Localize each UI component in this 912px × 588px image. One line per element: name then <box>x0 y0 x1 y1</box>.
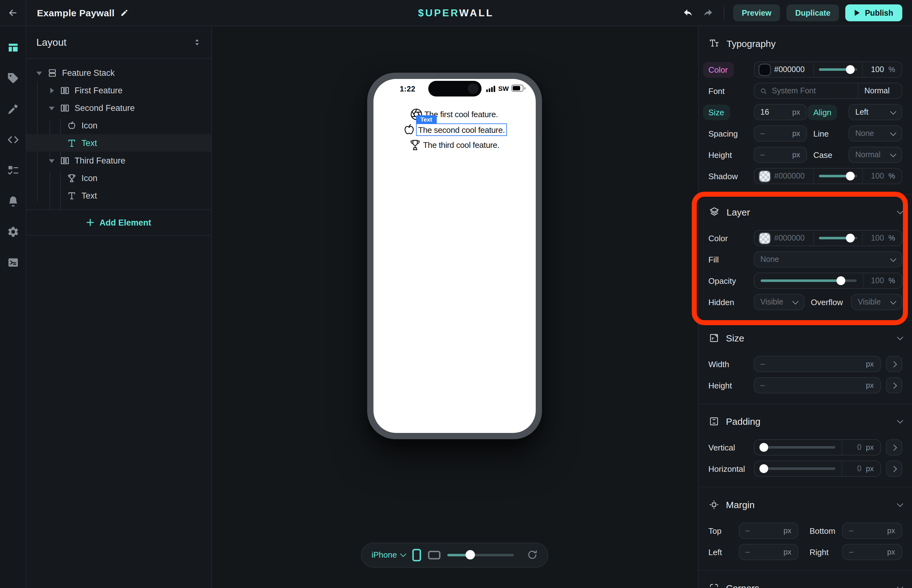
padding-vertical-slider[interactable] <box>758 440 838 455</box>
padding-horizontal-value[interactable]: 0 <box>857 464 862 473</box>
width-expand-button[interactable] <box>886 356 902 372</box>
left-icon-rail <box>0 26 26 588</box>
inspector-panel: Typography Color #000000 100 % <box>698 26 912 588</box>
padding-header[interactable]: Padding <box>709 412 902 430</box>
duplicate-button[interactable]: Duplicate <box>786 4 839 21</box>
line-select[interactable]: None <box>848 125 902 142</box>
font-size-field[interactable]: 16 px <box>754 104 807 120</box>
tree-item-icon[interactable]: Icon <box>26 169 211 187</box>
sort-button[interactable] <box>193 37 201 47</box>
layer-color-opacity-value[interactable]: 100 <box>871 234 884 242</box>
color-opacity-slider[interactable] <box>817 62 859 77</box>
expand-toggle[interactable] <box>48 158 55 163</box>
sidebar-item-products[interactable] <box>6 72 19 85</box>
opacity-value[interactable]: 100 <box>871 276 884 285</box>
undo-button[interactable] <box>681 6 695 20</box>
font-search[interactable] <box>754 83 857 99</box>
fill-select[interactable]: None <box>754 251 902 268</box>
sidebar-item-settings[interactable] <box>6 226 19 238</box>
opacity-slider[interactable] <box>758 273 859 288</box>
feature-row-3[interactable]: The third cool feature. <box>408 139 500 152</box>
back-button[interactable] <box>0 0 26 26</box>
sidebar-item-layout[interactable] <box>6 41 19 54</box>
height-expand-button[interactable] <box>886 377 902 393</box>
tree-item-icon[interactable]: Icon <box>26 116 211 134</box>
font-search-input[interactable] <box>772 86 852 95</box>
tree-item-text[interactable]: Text <box>26 187 211 204</box>
size-header[interactable]: Size <box>709 328 902 347</box>
size-label[interactable]: Size <box>703 104 730 120</box>
tree-item-third-feature[interactable]: Third Feature <box>26 152 211 169</box>
section-title: Padding <box>726 416 760 426</box>
shadow-opacity-value[interactable]: 100 <box>871 172 884 181</box>
margin-bottom-field[interactable]: – px <box>842 523 902 539</box>
letter-spacing-field[interactable]: – px <box>754 125 807 142</box>
paywall-screen[interactable]: 1:22 SW The first cool feature. Te <box>373 79 536 433</box>
add-element-button[interactable]: Add Element <box>86 218 151 227</box>
layer-color-opacity-slider[interactable] <box>817 231 859 246</box>
hidden-select[interactable]: Visible <box>754 294 805 310</box>
edit-title-button[interactable] <box>120 9 128 17</box>
app-window: Example Paywall $UPERWALL Preview Duplic… <box>0 0 912 588</box>
padding-vertical-expand-button[interactable] <box>886 439 902 456</box>
shadow-hex-value[interactable]: #000000 <box>774 172 805 181</box>
margin-header[interactable]: Margin <box>709 495 902 514</box>
tree-item-second-feature[interactable]: Second Feature <box>26 99 211 116</box>
slider-knob[interactable] <box>466 550 475 559</box>
layer-header[interactable]: Layer <box>709 202 902 221</box>
sidebar-item-notifications[interactable] <box>6 195 19 207</box>
portrait-button[interactable] <box>413 549 421 561</box>
shadow-opacity-slider[interactable] <box>817 168 859 184</box>
typography-header[interactable]: Typography <box>709 34 902 53</box>
shadow-color-swatch[interactable] <box>759 171 770 181</box>
canvas[interactable]: 1:22 SW The first cool feature. Te <box>212 26 698 588</box>
sidebar-item-styles[interactable] <box>6 103 19 115</box>
padding-horizontal-expand-button[interactable] <box>886 460 902 477</box>
font-weight-select[interactable]: Normal <box>857 83 901 99</box>
chevron-down-icon <box>793 298 799 304</box>
landscape-button[interactable] <box>428 551 441 559</box>
sidebar-item-code[interactable] <box>6 134 19 146</box>
tree-item-feature-stack[interactable]: Feature Stack <box>26 64 211 81</box>
expand-toggle[interactable] <box>48 105 55 111</box>
padding-vertical-value[interactable]: 0 <box>857 443 862 452</box>
overflow-select[interactable]: Visible <box>851 294 902 310</box>
redo-button[interactable] <box>701 6 715 20</box>
margin-top-field[interactable]: – px <box>738 523 798 539</box>
height-field[interactable]: – px <box>754 377 881 393</box>
refresh-button[interactable] <box>527 549 538 560</box>
feature-text[interactable]: The third cool feature. <box>422 139 500 151</box>
tree-item-first-feature[interactable]: First Feature <box>26 81 211 99</box>
align-label[interactable]: Align <box>808 104 837 120</box>
publish-button[interactable]: Publish <box>846 4 902 21</box>
margin-left-field[interactable]: – px <box>738 544 798 560</box>
expand-toggle[interactable] <box>35 70 43 76</box>
color-hex-value[interactable]: #000000 <box>774 65 805 74</box>
line-height-field[interactable]: – px <box>754 147 807 163</box>
layer-color-swatch[interactable] <box>759 233 770 243</box>
zoom-slider[interactable] <box>448 550 514 560</box>
selected-element-outline[interactable]: Text The second cool feature. <box>416 123 507 136</box>
color-opacity-value[interactable]: 100 <box>871 65 884 74</box>
case-select[interactable]: Normal <box>848 147 902 163</box>
color-swatch[interactable] <box>759 64 770 75</box>
preview-button[interactable]: Preview <box>733 4 780 21</box>
padding-horizontal-slider[interactable] <box>758 461 838 476</box>
sidebar-item-checklist[interactable] <box>6 164 19 177</box>
corners-header[interactable]: Corners <box>709 578 902 588</box>
margin-section: Margin Top – px Bottom – px Left – <box>698 488 912 571</box>
device-select[interactable]: iPhone <box>371 550 406 559</box>
margin-right-field[interactable]: – px <box>842 544 902 560</box>
padding-icon <box>709 416 719 426</box>
px-unit: px <box>887 526 895 535</box>
feature-text-selected[interactable]: The second cool feature. <box>417 125 506 135</box>
align-select[interactable]: Left <box>848 104 902 120</box>
feature-row-2[interactable]: Text The second cool feature. <box>403 123 507 137</box>
sidebar-item-terminal[interactable] <box>6 256 19 269</box>
color-label[interactable]: Color <box>703 62 733 78</box>
tree-item-text-selected[interactable]: Text <box>26 134 211 152</box>
expand-toggle[interactable] <box>48 87 55 93</box>
layer-color-hex[interactable]: #000000 <box>774 234 805 242</box>
width-field[interactable]: – px <box>754 356 881 372</box>
opacity-label: Opacity <box>709 276 749 285</box>
